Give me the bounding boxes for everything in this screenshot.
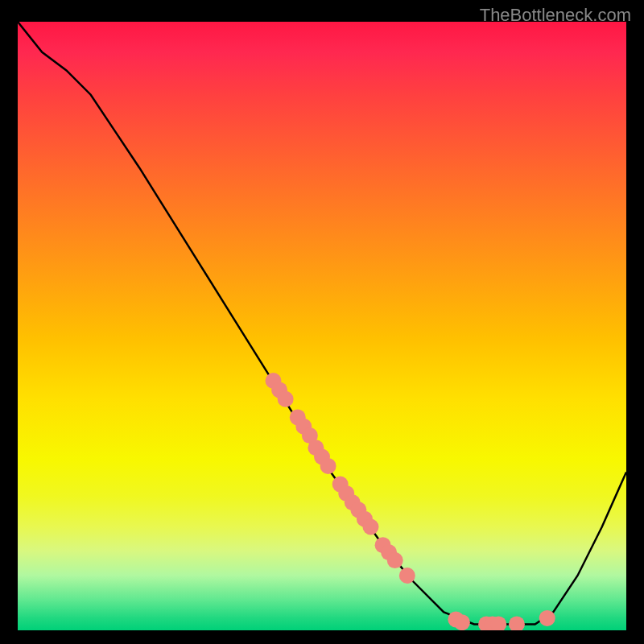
chart-marker <box>539 610 555 626</box>
chart-marker <box>320 458 336 474</box>
chart-markers <box>266 373 555 630</box>
chart-marker <box>278 391 294 407</box>
chart-marker <box>509 616 525 630</box>
chart-curve <box>18 22 626 624</box>
chart-svg-overlay <box>18 22 626 630</box>
chart-marker <box>399 568 415 584</box>
chart-marker <box>454 614 470 630</box>
chart-plot-area <box>18 22 626 630</box>
chart-marker <box>362 518 378 535</box>
chart-marker <box>387 552 403 568</box>
